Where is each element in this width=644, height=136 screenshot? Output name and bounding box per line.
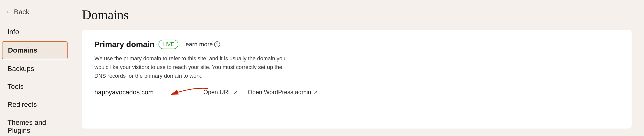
- live-badge: LIVE: [158, 40, 178, 49]
- back-arrow-icon: ←: [5, 8, 12, 16]
- sidebar-item-domains[interactable]: Domains: [2, 41, 68, 59]
- page-title: Domains: [82, 8, 632, 22]
- domain-name: happyavocados.com: [94, 88, 154, 96]
- domain-actions: Open URL ↗ Open WordPress admin ↗: [203, 89, 317, 96]
- sidebar-item-tools[interactable]: Tools: [2, 78, 68, 95]
- back-label: Back: [14, 8, 29, 16]
- primary-domain-title: Primary domain: [94, 40, 154, 49]
- red-arrow-icon: [161, 86, 211, 98]
- sidebar: ← Back Info Domains Backups Tools Redire…: [0, 0, 70, 136]
- primary-domain-header: Primary domain LIVE Learn more ?: [94, 40, 619, 49]
- sidebar-item-redirects[interactable]: Redirects: [2, 96, 68, 113]
- sidebar-item-backups[interactable]: Backups: [2, 60, 68, 77]
- sidebar-item-themes-plugins[interactable]: Themes and Plugins: [2, 114, 68, 136]
- learn-more-link[interactable]: Learn more ?: [182, 41, 220, 48]
- learn-more-label: Learn more: [182, 41, 213, 48]
- main-content: Domains Primary domain LIVE Learn more ?…: [70, 0, 644, 136]
- content-card: Primary domain LIVE Learn more ? We use …: [82, 30, 632, 128]
- back-button[interactable]: ← Back: [0, 5, 70, 19]
- domain-row: happyavocados.com Open URL ↗: [94, 88, 619, 96]
- open-wp-admin-label: Open WordPress admin: [248, 89, 311, 96]
- sidebar-nav: Info Domains Backups Tools Redirects The…: [0, 23, 70, 136]
- info-circle-icon: ?: [214, 41, 220, 47]
- sidebar-item-info[interactable]: Info: [2, 23, 68, 40]
- open-wp-admin-link[interactable]: Open WordPress admin ↗: [248, 89, 318, 96]
- external-link-icon: ↗: [234, 89, 238, 95]
- description-text: We use the primary domain to refer to th…: [94, 54, 288, 80]
- external-link-wp-icon: ↗: [313, 89, 318, 95]
